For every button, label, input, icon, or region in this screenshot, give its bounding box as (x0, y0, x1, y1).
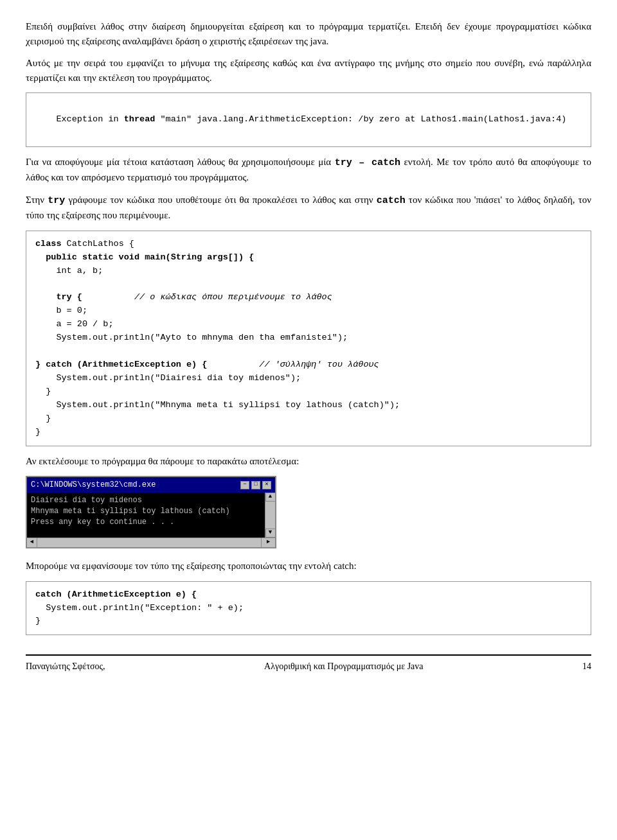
exception-text-thread: thread (124, 114, 156, 124)
main-content: Επειδή συμβαίνει λάθος στην διαίρεση δημ… (26, 13, 591, 679)
scroll-left-button[interactable]: ◄ (27, 538, 37, 547)
code-line-6: b = 0; (35, 306, 87, 315)
cmd-line-3: Press any key to continue . . . (31, 517, 261, 528)
cmd-title-text: C:\WINDOWS\system32\cmd.exe (31, 479, 156, 491)
code-line-7: a = 20 / b; (35, 319, 114, 329)
scroll-down-button[interactable]: ▼ (265, 529, 276, 538)
scroll-right-button[interactable]: ► (261, 538, 275, 547)
cmd-output: Diairesi dia toy midenos Mhnyma meta ti … (27, 493, 265, 538)
exception-text-part1: Exception in (56, 114, 123, 124)
code-line-5: try { // ο κώδικας όπου περιμένουμε το λ… (35, 292, 332, 302)
cmd-line-1: Diairesi dia toy midenos (31, 495, 261, 506)
main-code-block: class CatchLathos { public static void m… (26, 231, 591, 446)
cmd-titlebar-buttons: − □ ✕ (240, 481, 271, 489)
minimize-button[interactable]: − (240, 481, 249, 489)
code-line-3: int a, b; (35, 266, 103, 276)
paragraph-1: Επειδή συμβαίνει λάθος στην διαίρεση δημ… (26, 19, 591, 48)
catch-line-2: System.out.println("Exception: " + e); (35, 603, 244, 613)
paragraph-6: Μπορούμε να εμφανίσουμε τον τύπο της εξα… (26, 559, 591, 573)
cmd-body-outer: Diairesi dia toy midenos Mhnyma meta ti … (27, 493, 275, 538)
code-line-1: class CatchLathos { (35, 239, 134, 249)
exception-code-block: Exception in thread "main" java.lang.Ari… (26, 92, 591, 147)
code-line-11: } (35, 387, 51, 396)
exception-text-part3: "main" java.lang.ArithmeticException: /b… (155, 114, 566, 124)
cmd-line-2: Mhnyma meta ti syllipsi toy lathous (cat… (31, 506, 261, 517)
scroll-up-button[interactable]: ▲ (265, 493, 276, 502)
catch-line-1: catch (ArithmeticException e) { (35, 590, 197, 599)
code-line-12: System.out.println("Mhnyma meta ti sylli… (35, 400, 400, 410)
paragraph-5: Αν εκτελέσουμε το πρόγραμμα θα πάρουμε τ… (26, 454, 591, 469)
code-line-2: public static void main(String args[]) { (35, 252, 254, 262)
cmd-titlebar: C:\WINDOWS\system32\cmd.exe − □ ✕ (27, 477, 275, 493)
code-line-9: } catch (ArithmeticException e) { // 'σύ… (35, 360, 379, 369)
code-line-10: System.out.println("Diairesi dia toy mid… (35, 373, 301, 383)
cmd-scrollbar: ▲ ▼ (265, 493, 275, 538)
paragraph-2: Αυτός με την σειρά του εμφανίζει το μήνυ… (26, 56, 591, 85)
cmd-window: C:\WINDOWS\system32\cmd.exe − □ ✕ Diaire… (26, 476, 276, 548)
cmd-scrollbar-track (265, 502, 275, 529)
code-line-13: } (35, 414, 51, 423)
paragraph-4: Στην try γράφουμε τον κώδικα που υποθέτο… (26, 193, 591, 223)
catch-line-3: } (35, 616, 40, 626)
paragraph-3: Για να αποφύγουμε μία τέτοια κατάσταση λ… (26, 155, 591, 185)
cmd-bottom-track (37, 538, 261, 547)
footer-center: Αλγοριθμική και Προγραμματισμός με Java (264, 660, 423, 673)
footer-page-number: 14 (582, 660, 591, 673)
close-button[interactable]: ✕ (262, 481, 271, 489)
cmd-bottom-bar: ◄ ► (27, 538, 275, 547)
footer: Παναγιώτης Σφέτσος, Αλγοριθμική και Προγ… (26, 654, 591, 673)
catch-code-block: catch (ArithmeticException e) { System.o… (26, 581, 591, 636)
code-line-14: } (35, 427, 40, 437)
code-line-8: System.out.println("Ayto to mhnyma den t… (35, 333, 348, 342)
footer-left: Παναγιώτης Σφέτσος, (26, 660, 105, 673)
restore-button[interactable]: □ (251, 481, 260, 489)
